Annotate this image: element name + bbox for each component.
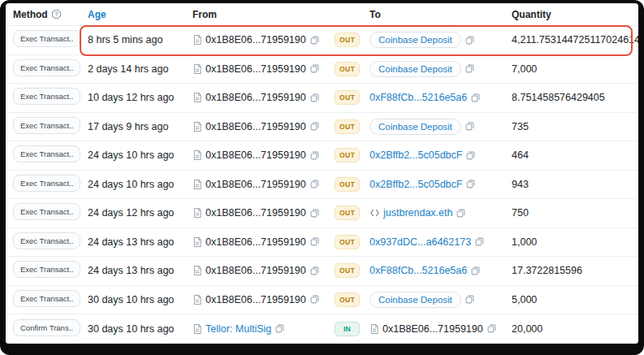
- copy-icon[interactable]: [309, 93, 320, 103]
- from-cell: 0x1B8E06...71959190: [192, 63, 335, 75]
- to-address[interactable]: 0x2Bffb2...5c05dbcF: [370, 179, 462, 190]
- to-name-tag[interactable]: Coinbase Deposit: [370, 61, 461, 77]
- table-row: Confirm Trans..30 days 10 hrs agoTellor:…: [6, 314, 638, 344]
- column-header-to: To: [370, 9, 512, 20]
- column-header-age[interactable]: Age: [88, 9, 192, 20]
- from-address[interactable]: Tellor: MultiSig: [205, 323, 271, 335]
- table-row: Exec Transact..24 days 13 hrs ago0x1B8E0…: [6, 257, 638, 286]
- copy-icon[interactable]: [309, 294, 320, 305]
- document-icon: [192, 236, 202, 248]
- copy-icon[interactable]: [309, 208, 320, 219]
- from-address: 0x1B8E06...71959190: [205, 207, 306, 219]
- column-header-to-label: To: [370, 9, 381, 20]
- column-header-method: Method ?: [13, 9, 88, 20]
- quantity-cell: 750: [512, 207, 630, 219]
- to-cell: Coinbase Deposit: [370, 32, 512, 48]
- copy-icon[interactable]: [456, 208, 466, 219]
- from-cell: 0x1B8E06...71959190: [192, 121, 335, 132]
- method-badge: Exec Transact..: [13, 175, 80, 192]
- copy-icon[interactable]: [474, 236, 485, 247]
- to-address[interactable]: justbrendax.eth: [383, 207, 452, 219]
- to-address[interactable]: 0xF88fCb...5216e5a6: [370, 92, 467, 103]
- age-cell: 24 days 10 hrs ago: [88, 149, 192, 161]
- quantity-cell: 4,211.753144725117024614: [512, 34, 638, 45]
- age-cell: 10 days 12 hrs ago: [88, 92, 192, 103]
- to-name-tag[interactable]: Coinbase Deposit: [370, 119, 461, 135]
- to-name-tag[interactable]: Coinbase Deposit: [370, 292, 461, 308]
- from-address: 0x1B8E06...71959190: [205, 63, 306, 75]
- from-address: 0x1B8E06...71959190: [205, 294, 306, 305]
- age-cell: 8 hrs 5 mins ago: [88, 34, 192, 45]
- from-address: 0x1B8E06...71959190: [205, 179, 306, 190]
- from-cell: 0x1B8E06...71959190: [192, 92, 335, 103]
- column-header-from: From: [192, 9, 335, 20]
- copy-icon[interactable]: [465, 179, 476, 189]
- to-cell: 0x937dDC...a6462173: [370, 236, 512, 248]
- copy-icon[interactable]: [309, 266, 320, 276]
- age-cell: 30 days 10 hrs ago: [88, 323, 192, 335]
- from-address: 0x1B8E06...71959190: [205, 34, 306, 45]
- quantity-cell: 8.751458576429405: [512, 92, 630, 103]
- to-address[interactable]: 0xF88fCb...5216e5a6: [370, 265, 467, 276]
- document-icon: [192, 121, 202, 132]
- quantity-cell: 1,000: [512, 236, 630, 248]
- copy-icon[interactable]: [470, 93, 481, 103]
- table-row: Exec Transact..24 days 10 hrs ago0x1B8E0…: [6, 171, 638, 200]
- quantity-cell: 5,000: [512, 294, 630, 305]
- to-cell: Coinbase Deposit: [370, 119, 512, 135]
- table-row: Exec Transact..17 days 9 hrs ago0x1B8E06…: [6, 113, 638, 142]
- quantity-cell: 943: [512, 179, 630, 190]
- copy-icon[interactable]: [309, 150, 320, 161]
- from-cell: Tellor: MultiSig: [192, 323, 335, 335]
- document-icon: [192, 265, 202, 276]
- copy-icon[interactable]: [309, 236, 320, 247]
- copy-icon[interactable]: [465, 121, 475, 132]
- to-address[interactable]: 0x2Bffb2...5c05dbcF: [370, 149, 462, 161]
- direction-badge: OUT: [335, 90, 360, 105]
- age-cell: 2 days 14 hrs ago: [88, 63, 192, 75]
- to-cell: justbrendax.eth: [370, 207, 512, 219]
- copy-icon[interactable]: [470, 266, 481, 276]
- copy-icon[interactable]: [309, 63, 320, 74]
- age-cell: 24 days 10 hrs ago: [88, 179, 192, 190]
- from-address: 0x1B8E06...71959190: [205, 121, 306, 132]
- column-header-age-label[interactable]: Age: [88, 9, 106, 20]
- method-badge: Exec Transact..: [13, 59, 80, 76]
- document-icon: [192, 179, 202, 190]
- method-badge: Exec Transact..: [13, 145, 80, 162]
- age-cell: 24 days 13 hrs ago: [88, 265, 192, 276]
- from-cell: 0x1B8E06...71959190: [192, 236, 335, 248]
- copy-icon[interactable]: [465, 35, 475, 45]
- direction-badge: OUT: [335, 62, 360, 76]
- copy-icon[interactable]: [465, 150, 476, 161]
- direction-badge: OUT: [335, 119, 360, 134]
- from-cell: 0x1B8E06...71959190: [192, 179, 335, 190]
- document-icon: [192, 92, 202, 103]
- to-cell: Coinbase Deposit: [370, 61, 512, 77]
- method-badge: Exec Transact..: [13, 88, 80, 105]
- copy-icon[interactable]: [309, 35, 320, 45]
- to-cell: 0x1B8E06...71959190: [370, 323, 512, 335]
- copy-icon[interactable]: [309, 121, 320, 132]
- method-help-icon[interactable]: ?: [51, 9, 62, 19]
- from-address: 0x1B8E06...71959190: [205, 265, 306, 276]
- method-badge: Exec Transact..: [13, 290, 80, 307]
- method-badge: Exec Transact..: [13, 232, 80, 249]
- copy-icon[interactable]: [465, 294, 475, 305]
- quantity-cell: 464: [512, 149, 630, 161]
- table-header-row: Method ? Age From To Quantity: [6, 3, 638, 26]
- to-name-tag[interactable]: Coinbase Deposit: [370, 32, 461, 48]
- from-cell: 0x1B8E06...71959190: [192, 149, 335, 161]
- copy-icon[interactable]: [465, 63, 475, 74]
- quantity-cell: 735: [512, 121, 630, 132]
- column-header-quantity: Quantity: [512, 9, 630, 20]
- to-cell: 0xF88fCb...5216e5a6: [370, 92, 512, 103]
- to-cell: 0xF88fCb...5216e5a6: [370, 265, 512, 276]
- to-address: 0x1B8E06...71959190: [383, 323, 483, 335]
- copy-icon[interactable]: [486, 323, 497, 334]
- copy-icon[interactable]: [274, 323, 285, 334]
- to-cell: Coinbase Deposit: [370, 292, 512, 308]
- copy-icon[interactable]: [309, 179, 320, 189]
- to-address[interactable]: 0x937dDC...a6462173: [370, 236, 471, 248]
- direction-badge: OUT: [335, 235, 360, 249]
